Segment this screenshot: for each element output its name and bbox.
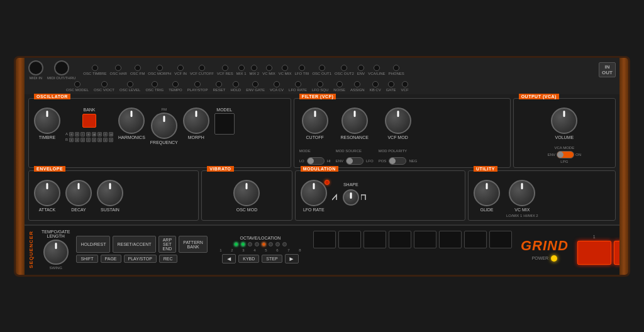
bottom-pad-1[interactable] [577,241,611,265]
model-cell[interactable]: ⊝ [109,138,113,142]
bank-area: BANK A ⊞ ⊟ ≡ ⊠ ▦ [65,108,113,142]
vc-mix2-jack[interactable]: VC MIX [279,65,292,75]
glide-knob[interactable] [474,180,500,206]
gate-jack[interactable]: GATE [386,81,396,92]
lfo-rate-knob[interactable] [301,180,327,206]
hold-jack[interactable]: HOLD [230,81,241,92]
midi-out-connector[interactable] [54,60,69,75]
lfo-rate-knob-group: LFO RATE [301,180,327,212]
vcf-cutoff-jack[interactable]: VCF CUTOFF [190,65,214,75]
model-cell[interactable]: ⊚ [92,138,96,142]
play-stop-jack[interactable]: PLAY/STOP [187,81,208,92]
top-pad-8[interactable] [489,231,512,248]
midi-in-connector[interactable] [28,60,43,75]
vcf-res-jack[interactable]: VCF RES [217,65,233,75]
mix2-jack[interactable]: MIX 2 [250,65,260,75]
vca-line-jack[interactable]: VCA/LINE [368,65,385,75]
bank-button[interactable] [82,114,96,128]
osc-mod-knob[interactable] [233,180,260,206]
osc-trig-jack[interactable]: OSC TRIG [145,81,164,92]
pattern-bank-button[interactable]: PATTERN BANK [179,236,208,253]
osc-model-jack[interactable]: OSC MODEL [66,81,89,92]
model-cell[interactable]: ⊗ [75,138,79,142]
shift-button[interactable]: SHIFT [76,255,97,263]
shape-knob[interactable] [343,189,359,206]
kb-cv-jack[interactable]: KB CV [370,81,381,92]
model-cell[interactable]: ⊞ [97,132,102,136]
osc-voct-jack[interactable]: OSC V/OCT [94,81,114,92]
decay-knob[interactable] [65,180,92,206]
vcf-jack[interactable]: VCF [401,81,409,92]
hold-rest-button[interactable]: HOLD/REST [76,236,110,253]
env-jack[interactable]: ENV [357,65,365,75]
osc-timbre-jack[interactable]: OSC TIMBRE [83,65,106,75]
morph-knob[interactable] [183,108,209,134]
resonance-knob[interactable] [341,108,368,134]
sustain-knob[interactable] [97,180,123,206]
pos-neg-switch[interactable] [389,157,406,165]
attack-knob[interactable] [34,180,60,206]
noise-jack[interactable]: NOISE [333,81,345,92]
model-cell[interactable]: ▤ [109,132,113,136]
phones-jack[interactable]: PHONES [388,65,404,75]
top-pad-3[interactable] [364,231,386,248]
play-stop-button[interactable]: PLAY/STOP [124,255,157,263]
prev-button[interactable]: ◄ [222,254,236,263]
vca-cv-jack[interactable]: VCA CV [270,81,284,92]
top-pad-7[interactable] [464,231,487,248]
timbre-knob[interactable] [34,108,60,134]
rec-button[interactable]: REC [159,255,177,263]
model-cell[interactable]: ⊘ [80,138,85,142]
volume-knob[interactable] [551,108,577,134]
osc-morph-jack[interactable]: OSC MORPH [148,65,171,75]
reset-jack[interactable]: RESET [213,81,225,92]
model-selector[interactable] [214,113,235,135]
top-pad-5[interactable] [414,231,436,248]
osc-har-jack[interactable]: OSC HAR [110,65,127,75]
step-button[interactable]: STEP [262,255,282,263]
vcf-mod-knob[interactable] [385,108,411,134]
model-cell[interactable]: ⊞ [69,132,74,136]
cutoff-knob[interactable] [302,108,328,134]
model-cell[interactable]: ⊟ [75,132,79,136]
osc-out1-jack[interactable]: OSC OUT1 [312,65,331,75]
vcf-in-jack[interactable]: VCF IN [174,65,187,75]
env-gate-jack[interactable]: ENV GATE [246,81,265,92]
osc-out2-jack[interactable]: OSC OUT2 [335,65,354,75]
assign-jack[interactable]: ASSIGN [350,81,365,92]
model-cell[interactable]: ⊟ [103,132,108,136]
lfo-rate-jack[interactable]: LFO RATE [289,81,307,92]
page-button[interactable]: PAGE [101,255,121,263]
arp-setend-button[interactable]: ARP SET END [158,236,177,253]
top-pad-6[interactable] [439,231,462,248]
env-lfo-switch[interactable] [346,157,364,165]
harmonics-knob[interactable] [118,108,145,134]
bottom-pad-2[interactable] [614,241,630,265]
model-cell[interactable]: ⊕ [69,138,74,142]
model-cell[interactable]: ⊛ [97,138,102,142]
top-pad-1[interactable] [313,231,336,248]
top-pad-4[interactable] [389,231,411,248]
osc-level-jack[interactable]: OSC LEVEL [119,81,140,92]
top-pad-2[interactable] [338,231,361,248]
vca-mode-switch[interactable] [557,151,574,158]
lfo-tri-jack[interactable]: LFO TRI [295,65,309,75]
osc-fm-jack[interactable]: OSC FM [130,65,145,75]
vc-mix-jack[interactable]: VC MIX [262,65,275,75]
tempo-knob[interactable] [43,240,69,265]
frequency-knob[interactable] [151,113,177,139]
model-cell[interactable]: ▦ [92,132,96,136]
lfo-squ-jack[interactable]: LFO SQU [312,81,328,92]
model-cell[interactable]: ≡ [80,132,85,136]
model-cell[interactable]: ⊙ [86,138,91,142]
vc-mix-knob[interactable] [509,180,535,206]
reset-accent-button[interactable]: RESET/ACCENT [113,236,155,253]
lo-hi-switch[interactable] [307,157,325,165]
decay-label: DECAY [71,208,86,212]
kybd-button[interactable]: KYBD [238,255,259,263]
tempo-jack[interactable]: TEMPO [169,81,182,92]
mix1-jack[interactable]: MIX 1 [236,65,247,75]
next-button[interactable]: ► [285,254,299,263]
model-cell[interactable]: ⊠ [86,132,91,136]
model-cell[interactable]: ⊜ [103,138,108,142]
